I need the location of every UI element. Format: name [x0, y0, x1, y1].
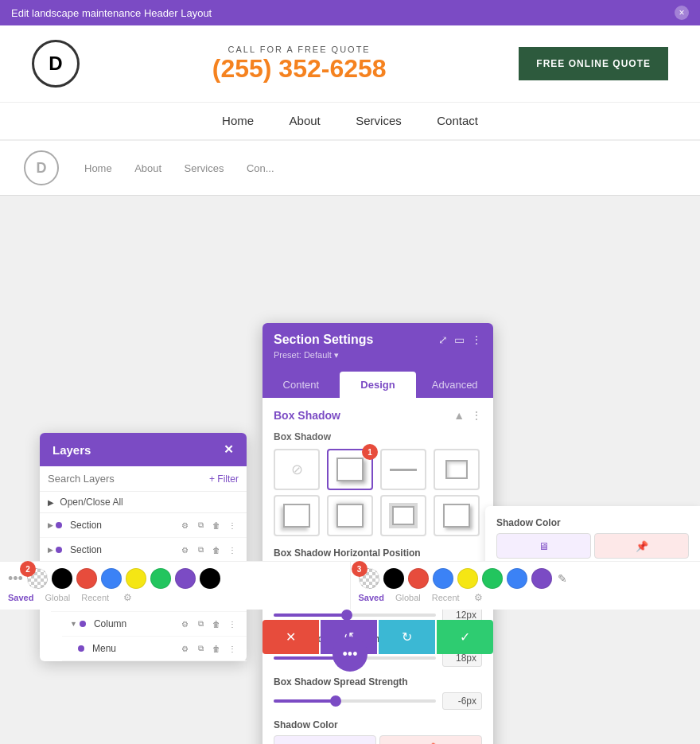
layer-settings-icon[interactable]: ⚙	[178, 617, 191, 630]
redo-button[interactable]: ↻	[379, 620, 435, 654]
right-tab-recent[interactable]: Recent	[432, 593, 460, 602]
settings-panel: Section Settings ⤢ ▭ ⋮ Preset: Default ▾…	[262, 323, 493, 744]
nav-services[interactable]: Services	[356, 114, 402, 127]
right-color-black[interactable]	[383, 568, 404, 589]
layer-item-section-2[interactable]: ▶ Section ⚙ ⧉ 🗑 ⋮	[40, 538, 247, 563]
split-icon[interactable]: ▭	[454, 333, 465, 346]
layer-more-icon[interactable]: ⋮	[226, 617, 239, 630]
layer-delete-icon[interactable]: 🗑	[210, 543, 223, 556]
layer-icons: ⚙ ⧉ 🗑 ⋮	[178, 642, 239, 655]
right-tab-saved[interactable]: Saved	[359, 593, 384, 602]
right-tab-global[interactable]: Global	[395, 593, 421, 602]
right-color-green[interactable]	[482, 568, 503, 589]
vertical-thumb[interactable]	[341, 610, 352, 621]
left-tab-recent[interactable]: Recent	[81, 593, 109, 602]
nav-contact[interactable]: Contact	[437, 114, 478, 127]
left-color-yellow[interactable]	[126, 568, 146, 589]
left-color-green[interactable]	[150, 568, 171, 589]
layer-copy-icon[interactable]: ⧉	[194, 543, 207, 556]
left-transparent-color[interactable]: 2	[27, 568, 48, 589]
color-desktop-btn[interactable]: 🖥	[274, 735, 376, 744]
layer-copy-icon[interactable]: ⧉	[194, 617, 207, 630]
vertical-track[interactable]	[274, 614, 436, 617]
tab-design[interactable]: Design	[340, 372, 417, 398]
layer-settings-icon[interactable]: ⚙	[178, 519, 191, 532]
layer-item-menu[interactable]: ▶ Menu ⚙ ⧉ 🗑 ⋮	[62, 637, 247, 661]
layer-item-column[interactable]: ▼ Column ⚙ ⧉ 🗑 ⋮	[62, 612, 247, 637]
secondary-nav-con[interactable]: Con...	[247, 162, 274, 174]
shadow-option-bottom[interactable]	[380, 449, 426, 490]
layer-more-icon[interactable]: ⋮	[226, 519, 239, 532]
layers-close-icon[interactable]: ✕	[224, 442, 234, 457]
nav-about[interactable]: About	[290, 114, 321, 127]
shadow-option-full[interactable]: 1	[327, 449, 373, 490]
secondary-nav-services[interactable]: Services	[185, 162, 224, 174]
more-options-icon[interactable]: ⋮	[471, 409, 482, 422]
spread-fill	[274, 699, 336, 703]
spread-track[interactable]	[274, 699, 436, 703]
left-tab-saved[interactable]: Saved	[8, 593, 33, 602]
more-icon[interactable]: ⋮	[471, 333, 482, 346]
floating-button[interactable]: •••	[332, 637, 368, 672]
tab-advanced[interactable]: Advanced	[416, 372, 493, 398]
shadow-option-bottom-left[interactable]	[274, 495, 320, 536]
left-color-black2[interactable]	[200, 568, 220, 589]
layer-more-icon[interactable]: ⋮	[226, 642, 239, 655]
right-color-desktop-btn[interactable]: 🖥	[496, 533, 591, 559]
spread-slider-row: Box Shadow Spread Strength -6px	[274, 676, 482, 710]
color-pin-btn[interactable]: 📌	[379, 735, 482, 744]
filter-button[interactable]: + Filter	[209, 473, 239, 485]
shadow-option-center[interactable]	[327, 495, 373, 536]
badge-2: 2	[20, 561, 36, 577]
right-color-yellow[interactable]	[457, 568, 478, 589]
right-transparent-color[interactable]: 3	[359, 568, 379, 589]
left-color-purple[interactable]	[175, 568, 196, 589]
left-tab-global[interactable]: Global	[45, 593, 70, 602]
tab-content[interactable]: Content	[262, 372, 340, 398]
layer-delete-icon[interactable]: 🗑	[210, 642, 223, 655]
layers-search-input[interactable]	[48, 473, 159, 485]
settings-preset[interactable]: Preset: Default ▾	[274, 350, 482, 367]
layer-settings-icon[interactable]: ⚙	[178, 543, 191, 556]
secondary-header: D Home About Services Con...	[0, 141, 700, 196]
layer-more-icon[interactable]: ⋮	[226, 543, 239, 556]
layer-arrow-icon: ▶	[48, 521, 53, 529]
layer-settings-icon[interactable]: ⚙	[178, 642, 191, 655]
layer-copy-icon[interactable]: ⧉	[194, 519, 207, 532]
open-close-all[interactable]: ▶ Open/Close All	[40, 492, 247, 513]
right-palette-row: 3 ✎	[359, 568, 693, 589]
right-color-blue[interactable]	[433, 568, 453, 589]
layer-copy-icon[interactable]: ⧉	[194, 642, 207, 655]
box-shadow-title: Box Shadow	[274, 409, 340, 422]
left-color-blue[interactable]	[101, 568, 122, 589]
left-settings-icon[interactable]: ⚙	[123, 592, 132, 603]
layer-item-section-1[interactable]: ▶ Section ⚙ ⧉ 🗑 ⋮	[40, 513, 247, 538]
layer-name: Section	[70, 520, 178, 531]
fullscreen-icon[interactable]: ⤢	[438, 333, 448, 346]
cancel-button[interactable]: ✕	[262, 620, 319, 654]
right-color-purple[interactable]	[531, 568, 552, 589]
right-color-blue2[interactable]	[507, 568, 527, 589]
collapse-icon[interactable]: ▲	[453, 409, 465, 422]
quote-button[interactable]: FREE ONLINE QUOTE	[519, 47, 668, 80]
secondary-nav-home[interactable]: Home	[84, 162, 112, 174]
shadow-option-corner[interactable]	[434, 495, 480, 536]
vertical-fill	[274, 614, 347, 617]
right-settings-icon[interactable]: ⚙	[474, 592, 483, 603]
right-color-pin-btn[interactable]: 📌	[594, 533, 689, 559]
left-color-red[interactable]	[76, 568, 97, 589]
layer-delete-icon[interactable]: 🗑	[210, 519, 223, 532]
shadow-option-spread[interactable]	[380, 495, 426, 536]
right-edit-icon[interactable]: ✎	[558, 572, 567, 585]
nav-home[interactable]: Home	[222, 114, 254, 127]
save-button[interactable]: ✓	[437, 620, 493, 654]
secondary-nav-about[interactable]: About	[134, 162, 161, 174]
shadow-option-inner[interactable]	[434, 449, 480, 490]
spread-thumb[interactable]	[330, 695, 341, 707]
shadow-box-full	[336, 458, 364, 481]
close-button[interactable]: ×	[675, 6, 689, 20]
shadow-option-none[interactable]: ⊘	[274, 449, 320, 490]
left-color-black[interactable]	[52, 568, 72, 589]
layer-delete-icon[interactable]: 🗑	[210, 617, 223, 630]
right-color-red[interactable]	[408, 568, 429, 589]
